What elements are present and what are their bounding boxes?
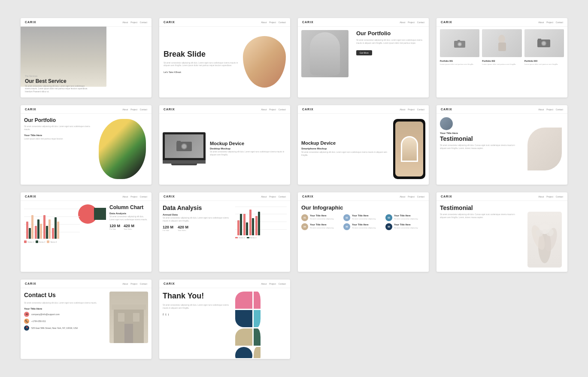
- nav-project-13[interactable]: Project: [130, 283, 137, 285]
- legend-dot-2: [36, 240, 38, 243]
- portfolio-images-row: [440, 29, 564, 57]
- nav-contact-4[interactable]: Contact: [556, 21, 563, 24]
- da-group-1: [237, 214, 242, 235]
- legend-label-1: Series 1: [27, 241, 34, 243]
- nav-contact-3[interactable]: Contact: [417, 21, 424, 24]
- chart-line-1: [24, 209, 80, 209]
- infographic-item-desc-6: Sit amet consectetur adipiscing: [394, 227, 418, 229]
- desktop-monitor: [163, 132, 206, 165]
- nav-project-5[interactable]: Project: [130, 108, 137, 111]
- nav-about-7[interactable]: About: [400, 108, 405, 111]
- nav-contact-10[interactable]: Contact: [279, 195, 286, 198]
- infographic-item-6: 06 Your Title Here Sit amet consectetur …: [385, 223, 425, 230]
- shape-teal-br: [254, 310, 261, 327]
- slide-contact: CARIX About Project Contact Contact Us S…: [21, 280, 152, 359]
- da-bar-6: [252, 218, 254, 235]
- nav-project-14[interactable]: Project: [269, 283, 276, 285]
- svg-rect-9: [538, 39, 541, 40]
- hand-icon-2: [497, 35, 507, 52]
- nav-contact-5[interactable]: Contact: [140, 108, 147, 111]
- da-group-2: [243, 214, 248, 235]
- portfolio-img-3: [524, 29, 564, 57]
- nav-project-2[interactable]: Project: [269, 21, 276, 24]
- nav-about-2[interactable]: About: [261, 21, 267, 24]
- slide-nav-13: CARIX About Project Contact: [21, 280, 152, 288]
- nav-links-9: About Project Contact: [122, 195, 147, 198]
- infographic-item-title-5: Your Title Here: [352, 223, 376, 226]
- break-link[interactable]: Let's Take A Break: [164, 71, 239, 73]
- facebook-icon[interactable]: f: [163, 313, 164, 316]
- nav-contact-13[interactable]: Contact: [140, 283, 147, 285]
- nav-contact-12[interactable]: Contact: [556, 195, 563, 198]
- nav-contact-6[interactable]: Contact: [279, 108, 286, 111]
- svg-point-8: [542, 42, 546, 45]
- nav-contact-2[interactable]: Contact: [279, 21, 286, 24]
- nav-about-12[interactable]: About: [538, 195, 544, 198]
- nav-project-11[interactable]: Project: [408, 195, 415, 198]
- nav-about-14[interactable]: About: [261, 283, 267, 285]
- nav-project-4[interactable]: Project: [546, 21, 553, 24]
- nav-about-11[interactable]: About: [400, 195, 405, 198]
- nav-about-13[interactable]: About: [122, 283, 128, 285]
- infographic-item-1: 01 Your Title Here Sit amet consectetur …: [301, 214, 341, 221]
- instagram-icon[interactable]: i: [168, 313, 169, 316]
- brand-logo-14: CARIX: [164, 282, 175, 285]
- nav-contact-14[interactable]: Contact: [279, 283, 286, 285]
- infographic-num-6: 06: [385, 223, 392, 230]
- slide-nav-5: CARIX About Project Contact: [21, 105, 152, 114]
- social-links[interactable]: f t i: [163, 313, 231, 316]
- nav-about-3[interactable]: About: [400, 21, 405, 24]
- slide-testimonial-2: CARIX About Project Contact Testimonial …: [436, 192, 567, 272]
- nav-contact-1[interactable]: Contact: [140, 21, 147, 24]
- nav-project-3[interactable]: Project: [408, 21, 415, 24]
- twitter-icon[interactable]: t: [165, 313, 166, 316]
- nav-project-1[interactable]: Project: [130, 21, 137, 24]
- nav-contact-8[interactable]: Contact: [556, 108, 563, 111]
- nav-about-4[interactable]: About: [538, 21, 544, 24]
- nav-project-7[interactable]: Project: [408, 108, 415, 111]
- brand-logo-1: CARIX: [25, 21, 36, 24]
- infographic-item-3: 03 Your Title Here Sit amet consectetur …: [385, 214, 425, 221]
- nav-about-8[interactable]: About: [538, 108, 544, 111]
- legend-3: Series 3: [47, 240, 57, 243]
- infographic-num-3: 03: [385, 214, 392, 221]
- portfolio-btn-3[interactable]: Get More: [356, 50, 372, 55]
- nav-project-12[interactable]: Project: [546, 195, 553, 198]
- nav-about-5[interactable]: About: [122, 108, 128, 111]
- portfolio-label-3: Portfolio 003: [524, 60, 564, 62]
- bar-2-3: [40, 224, 42, 239]
- nav-contact-7[interactable]: Contact: [417, 108, 424, 111]
- shape-circle-navy: [235, 347, 252, 358]
- brand-logo-6: CARIX: [164, 108, 175, 111]
- svg-rect-13: [177, 141, 181, 143]
- da-stat-2-label: Total Sales: [178, 229, 188, 231]
- contact-email-item: ✉ company@info@support.com: [24, 312, 106, 317]
- nav-project-6[interactable]: Project: [269, 108, 276, 111]
- portfolio-label-1: Portfolio 001: [440, 60, 479, 62]
- nav-about-6[interactable]: About: [261, 108, 267, 111]
- stat-presale-val: 120 M: [109, 224, 120, 228]
- phone-screen: [395, 122, 423, 176]
- nav-contact-9[interactable]: Contact: [140, 195, 147, 198]
- infographic-item-title-6: Your Title Here: [394, 223, 418, 226]
- nav-about-9[interactable]: About: [122, 195, 128, 198]
- nav-project-8[interactable]: Project: [546, 108, 553, 111]
- nav-about-1[interactable]: About: [122, 21, 128, 24]
- slide-nav-11: CARIX About Project Contact: [298, 192, 429, 201]
- data-analysis-text: Data Analysis Annual Data Sit amet conse…: [163, 204, 232, 231]
- slide-body-5: Our Portfolio Sit amet consectetur adipi…: [21, 114, 152, 184]
- portfolio-sub-5: Your Title Here: [24, 134, 93, 137]
- nav-about-10[interactable]: About: [261, 195, 267, 198]
- nav-project-10[interactable]: Project: [269, 195, 276, 198]
- slide-mockup-desktop: CARIX About Project Contact: [159, 105, 290, 185]
- brand-logo-13: CARIX: [25, 282, 36, 285]
- nav-project-9[interactable]: Project: [130, 195, 137, 198]
- da-stat-2-val: 420 M: [178, 225, 188, 229]
- monitor-screen-inner: [165, 134, 203, 158]
- shape-green-tr: [254, 328, 261, 346]
- contact-phone-item: 📞 +1764-050-011: [24, 319, 106, 324]
- infographic-text-5: Your Title Here Sit amet consectetur adi…: [352, 223, 376, 229]
- slide-infographic: CARIX About Project Contact Our Infograp…: [298, 192, 429, 272]
- nav-contact-11[interactable]: Contact: [417, 195, 424, 198]
- contact-image: [109, 292, 148, 355]
